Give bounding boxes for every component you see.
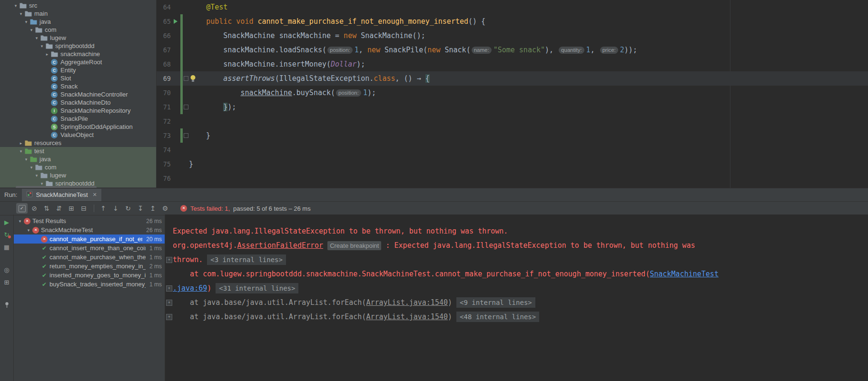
import-test-results-button[interactable]: ↧ — [135, 203, 146, 214]
editor-line[interactable]: 69 assertThrows(IllegalStateException.cl… — [157, 71, 868, 86]
tree-item-com[interactable]: ▾com — [0, 26, 156, 34]
tree-item-lugew[interactable]: ▾lugew — [0, 34, 156, 42]
chevron-down-icon[interactable]: ▾ — [29, 28, 34, 32]
code-line-text[interactable]: public void cannot_make_purchase_if_not_… — [189, 17, 485, 26]
editor-line[interactable]: 74 — [157, 143, 868, 157]
tree-item-SnackMachineDto[interactable]: CSnackMachineDto — [0, 98, 156, 107]
fold-marker-icon[interactable] — [184, 133, 188, 138]
tree-item-Entity[interactable]: CEntity — [0, 66, 156, 74]
test-history-button[interactable]: ↻ — [122, 203, 134, 214]
test-row-cannot_make_purchase_if_not_enough_mone[interactable]: ✕cannot_make_purchase_if_not_enough_mone… — [14, 234, 165, 244]
tree-item-main[interactable]: ▾main — [0, 10, 156, 18]
editor-line[interactable]: 71 }); — [157, 100, 868, 114]
chevron-right-icon[interactable]: ▸ — [44, 52, 50, 57]
code-line-text[interactable]: @Test — [189, 3, 227, 11]
tree-item-com[interactable]: ▾com — [0, 163, 156, 171]
expand-all-button[interactable]: ⊞ — [66, 203, 77, 214]
chevron-down-icon[interactable]: ▾ — [39, 44, 45, 49]
stop-button[interactable]: ■ — [1, 242, 12, 252]
run-dashboard-button[interactable]: ⊞ — [1, 277, 12, 287]
run-test-icon[interactable] — [174, 19, 178, 24]
editor-line[interactable]: 76 — [157, 171, 868, 186]
code-line-text[interactable]: } — [189, 160, 193, 168]
tree-item-java[interactable]: ▾java — [0, 155, 156, 163]
chevron-down-icon[interactable]: ▾ — [39, 181, 45, 186]
toggle-auto-test-button[interactable]: ◎ — [1, 264, 12, 275]
chevron-down-icon[interactable]: ▾ — [13, 3, 19, 8]
editor-line[interactable]: 65 public void cannot_make_purchase_if_n… — [157, 14, 868, 29]
fold-expand-icon[interactable]: + — [166, 257, 172, 263]
tree-item-SpringBootDddApplication[interactable]: SSpringBootDddApplication — [0, 123, 156, 131]
fold-marker-icon[interactable] — [184, 105, 188, 109]
tree-item-SnackMachineRepository[interactable]: ISnackMachineRepository — [0, 107, 156, 115]
stacktrace-link[interactable]: .java:69 — [173, 284, 207, 293]
collapse-all-button[interactable]: ⊟ — [78, 203, 89, 214]
tree-item-src[interactable]: ▾src — [0, 1, 156, 10]
fold-expand-icon[interactable]: + — [166, 314, 172, 320]
rerun-failed-tests-button[interactable]: ↻ — [1, 229, 12, 240]
test-row-cannot_make_purchase_when_there_is_no_sna[interactable]: ✔cannot_make_purchase_when_there_is_no_s… — [14, 253, 165, 262]
chevron-down-icon[interactable]: ▾ — [23, 157, 29, 162]
create-breakpoint-hint[interactable]: Create breakpoint — [327, 241, 381, 250]
internal-lines-badge[interactable]: <31 internal lines> — [216, 283, 298, 293]
test-row-inserted_money_goes_to_money_in_transactic[interactable]: ✔inserted_money_goes_to_money_in_transac… — [14, 271, 165, 280]
stacktrace-link[interactable]: SnackMachineTest — [650, 270, 719, 278]
editor-line[interactable]: 73 } — [157, 128, 868, 143]
close-icon[interactable]: ✕ — [93, 192, 97, 198]
tree-item-SnackPile[interactable]: CSnackPile — [0, 115, 156, 123]
rerun-button[interactable]: ▶ — [1, 217, 12, 227]
pin-tab-button[interactable] — [1, 300, 12, 310]
tree-item-Snack[interactable]: CSnack — [0, 82, 156, 90]
code-line-text[interactable]: SnackMachine snackMachine = new SnackMac… — [189, 31, 425, 40]
test-row-return_money_empties_money_in_transaction[interactable]: ✔return_money_empties_money_in_transacti… — [14, 262, 165, 271]
code-editor[interactable]: 64 @Test65 public void cannot_make_purch… — [157, 0, 868, 188]
internal-lines-badge[interactable]: <9 internal lines> — [456, 297, 535, 308]
code-line-text[interactable]: snackMachine.buySnack(position:1); — [189, 88, 376, 97]
sort-alphabetically-button[interactable]: ⇵ — [53, 203, 65, 214]
show-ignored-button[interactable]: ⊘ — [29, 203, 40, 214]
settings-gear-button[interactable]: ⚙ — [159, 203, 171, 214]
chevron-down-icon[interactable]: ▾ — [34, 173, 39, 178]
run-tab[interactable]: SnackMachineTest ✕ — [22, 189, 101, 201]
test-row-buySnack_trades_inserted_money_for_a_snacl[interactable]: ✔buySnack_trades_inserted_money_for_a_sn… — [14, 280, 165, 289]
next-failed-test-button[interactable]: ↓ — [110, 203, 121, 214]
show-passed-button[interactable]: ✓ — [16, 203, 28, 214]
tree-item-snackmachine[interactable]: ▸snackmachine — [0, 50, 156, 58]
chevron-down-icon[interactable]: ▾ — [34, 36, 39, 40]
chevron-down-icon[interactable]: ▾ — [23, 20, 29, 24]
code-line-text[interactable]: }); — [189, 103, 236, 111]
code-line-text[interactable]: snackMachine.insertMoney(Dollar); — [189, 60, 365, 68]
fold-expand-icon[interactable]: + — [166, 285, 172, 292]
tree-item-Slot[interactable]: CSlot — [0, 74, 156, 82]
fold-expand-icon[interactable]: + — [166, 300, 172, 306]
tree-item-ValueObject[interactable]: CValueObject — [0, 131, 156, 139]
chevron-down-icon[interactable]: ▾ — [29, 165, 34, 170]
code-line-text[interactable]: snackMachine.loadSnacks(position:1, new … — [189, 46, 637, 54]
editor-line[interactable]: 70 snackMachine.buySnack(position:1); — [157, 86, 868, 100]
intention-bulb-icon[interactable] — [190, 75, 196, 84]
tree-item-SnackMachineController[interactable]: CSnackMachineController — [0, 90, 156, 98]
chevron-down-icon[interactable]: ▾ — [25, 228, 32, 233]
internal-lines-badge[interactable]: <3 internal lines> — [207, 254, 286, 265]
sort-by-duration-button[interactable]: ⇅ — [41, 203, 52, 214]
editor-line[interactable]: 67 snackMachine.loadSnacks(position:1, n… — [157, 43, 868, 57]
test-row-cannot_insert_more_than_one_coin_or_note_a[interactable]: ✔cannot_insert_more_than_one_coin_or_not… — [14, 244, 165, 253]
chevron-down-icon[interactable]: ▾ — [18, 149, 24, 154]
export-test-results-button[interactable]: ↥ — [147, 203, 158, 214]
editor-line[interactable]: 72 — [157, 114, 868, 128]
test-row-Test Results[interactable]: ▾✕Test Results26 ms — [14, 216, 165, 225]
tree-item-lugew[interactable]: ▾lugew — [0, 171, 156, 179]
test-row-SnackMachineTest[interactable]: ▾✕SnackMachineTest26 ms — [14, 225, 165, 234]
tree-item-AggregateRoot[interactable]: CAggregateRoot — [0, 58, 156, 66]
previous-failed-test-button[interactable]: ↑ — [98, 203, 109, 214]
tree-item-springbootddd[interactable]: ▾springbootddd — [0, 42, 156, 50]
chevron-down-icon[interactable]: ▾ — [17, 219, 23, 224]
editor-line[interactable]: 75} — [157, 157, 868, 171]
fold-marker-icon[interactable] — [184, 76, 188, 81]
tree-item-test[interactable]: ▾test — [0, 147, 156, 155]
code-line-text[interactable]: assertThrows(IllegalStateException.class… — [189, 74, 430, 83]
editor-line[interactable]: 68 snackMachine.insertMoney(Dollar); — [157, 57, 868, 71]
editor-line[interactable]: 66 SnackMachine snackMachine = new Snack… — [157, 29, 868, 43]
tree-item-java[interactable]: ▾java — [0, 18, 156, 26]
internal-lines-badge[interactable]: <48 internal lines> — [456, 312, 539, 322]
